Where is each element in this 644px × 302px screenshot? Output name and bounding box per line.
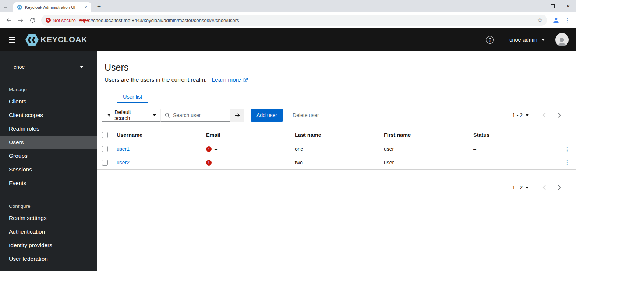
- username-link[interactable]: user2: [117, 160, 130, 166]
- window-maximize-button[interactable]: [545, 0, 560, 12]
- pagination-prev-button[interactable]: [536, 109, 552, 122]
- browser-address-bar: ✕ Not secure https://cnoe.localtest.me:8…: [0, 12, 576, 28]
- not-secure-badge[interactable]: ✕ Not secure: [46, 18, 76, 23]
- select-all-checkbox[interactable]: [102, 132, 108, 138]
- help-icon[interactable]: ?: [486, 36, 494, 44]
- username-link[interactable]: user1: [117, 146, 130, 152]
- page-title: Users: [105, 62, 567, 73]
- chevron-left-icon: [542, 185, 546, 190]
- nav-toggle-hamburger-icon[interactable]: [7, 35, 17, 45]
- chevron-down-icon: [153, 114, 156, 116]
- sidebar-nav: Manage Clients Client scopes Realm roles…: [0, 79, 97, 266]
- nav-section-label: Manage: [0, 82, 97, 95]
- pagination-prev-button[interactable]: [536, 181, 552, 194]
- app-body: cnoe Manage Clients Client scopes Realm …: [0, 51, 576, 271]
- browser-tab[interactable]: Keycloak Administration UI ×: [13, 2, 91, 12]
- window-close-button[interactable]: ×: [560, 0, 576, 12]
- sidebar-item-sessions[interactable]: Sessions: [0, 163, 97, 177]
- tab-search-chevron-icon[interactable]: [4, 3, 7, 10]
- email-not-verified-icon: !: [206, 160, 212, 166]
- row-checkbox[interactable]: [102, 160, 108, 166]
- email-not-verified-icon: !: [206, 146, 212, 152]
- pagination-menu-toggle[interactable]: 1 - 2: [512, 185, 529, 191]
- url-bar[interactable]: ✕ Not secure https://cnoe.localtest.me:8…: [41, 15, 547, 26]
- learn-more-link[interactable]: Learn more: [212, 77, 248, 83]
- sidebar-item-client-scopes[interactable]: Client scopes: [0, 109, 97, 122]
- url-scheme: https: [79, 18, 89, 23]
- row-checkbox[interactable]: [102, 146, 108, 152]
- chevron-left-icon: [542, 113, 546, 118]
- chevron-down-icon: [80, 66, 84, 68]
- row-kebab-icon[interactable]: ⋮: [565, 146, 570, 152]
- search-icon: [165, 113, 170, 118]
- col-header-username: Username: [117, 132, 206, 138]
- not-secure-icon: ✕: [46, 18, 51, 23]
- sidebar-item-events[interactable]: Events: [0, 177, 97, 190]
- sidebar-item-realm-settings[interactable]: Realm settings: [0, 212, 97, 225]
- sidebar-item-clients[interactable]: Clients: [0, 95, 97, 109]
- learn-more-label: Learn more: [212, 77, 241, 83]
- window-minimize-button[interactable]: [530, 0, 545, 12]
- pagination-range: 1 - 2: [512, 112, 523, 118]
- masthead-right: ? cnoe-admin: [486, 33, 569, 46]
- browser-menu-kebab-icon[interactable]: ⋮: [563, 17, 572, 24]
- realm-selector[interactable]: cnoe: [9, 61, 88, 73]
- sidebar-item-groups[interactable]: Groups: [0, 149, 97, 163]
- email-value: –: [215, 160, 217, 166]
- realm-selector-label: cnoe: [14, 64, 25, 70]
- arrow-right-icon: [234, 113, 240, 118]
- toolbar: Default search Add user Delete user: [97, 103, 576, 128]
- search-type-dropdown[interactable]: Default search: [102, 109, 161, 122]
- delete-user-button[interactable]: Delete user: [293, 112, 319, 118]
- nav-section-label: Configure: [0, 198, 97, 212]
- search-type-label: Default search: [114, 109, 146, 121]
- pagination-menu-toggle[interactable]: 1 - 2: [512, 112, 529, 118]
- tab-title: Keycloak Administration UI: [25, 5, 80, 10]
- table-row: user1 ! – one user – ⋮: [97, 142, 576, 156]
- search-user-box: [161, 109, 230, 122]
- user-menu[interactable]: cnoe-admin: [509, 37, 545, 43]
- window-controls: ×: [530, 0, 576, 12]
- back-icon[interactable]: [4, 15, 14, 25]
- url-rest: ://cnoe.localtest.me:8443/keycloak/admin…: [89, 18, 239, 23]
- first-name-value: user: [384, 146, 473, 152]
- reload-icon[interactable]: [27, 15, 38, 25]
- search-user-input[interactable]: [173, 112, 226, 118]
- avatar[interactable]: [555, 33, 569, 46]
- keycloak-favicon-icon: [17, 4, 22, 10]
- pagination-next-button[interactable]: [552, 109, 567, 122]
- pagination-next-button[interactable]: [552, 181, 567, 194]
- add-user-button[interactable]: Add user: [251, 109, 283, 122]
- last-name-value: one: [295, 146, 384, 152]
- sidebar-item-identity-providers[interactable]: Identity providers: [0, 239, 97, 252]
- col-header-last-name: Last name: [295, 132, 384, 138]
- tab-close-icon[interactable]: ×: [83, 4, 89, 10]
- users-table: Username Email Last name First name Stat…: [97, 128, 576, 170]
- sidebar: cnoe Manage Clients Client scopes Realm …: [0, 51, 97, 271]
- status-value: –: [473, 160, 556, 166]
- url-text: https://cnoe.localtest.me:8443/keycloak/…: [79, 18, 239, 23]
- chevron-down-icon: [526, 187, 529, 189]
- search-submit-button[interactable]: [230, 109, 244, 122]
- chevron-down-icon: [526, 114, 529, 116]
- forward-icon[interactable]: [15, 15, 26, 25]
- sidebar-item-authentication[interactable]: Authentication: [0, 225, 97, 239]
- chevron-down-icon: [541, 39, 545, 41]
- tab-user-list[interactable]: User list: [117, 91, 148, 103]
- col-header-first-name: First name: [384, 132, 473, 138]
- keycloak-brand[interactable]: KEYCLOAK: [25, 34, 87, 46]
- bookmark-star-icon[interactable]: ☆: [536, 17, 544, 24]
- page-subtitle: Users are the users in the current realm…: [105, 77, 206, 83]
- row-kebab-icon[interactable]: ⋮: [565, 159, 570, 166]
- sidebar-item-realm-roles[interactable]: Realm roles: [0, 122, 97, 136]
- profile-icon[interactable]: [551, 15, 561, 25]
- page-subtitle-row: Users are the users in the current realm…: [105, 77, 567, 83]
- sidebar-item-user-federation[interactable]: User federation: [0, 252, 97, 266]
- chevron-right-icon: [558, 113, 561, 118]
- email-value: –: [215, 146, 217, 152]
- not-secure-label: Not secure: [53, 18, 76, 23]
- main-content: Users Users are the users in the current…: [97, 51, 576, 271]
- new-tab-button[interactable]: +: [94, 2, 104, 11]
- sidebar-item-users[interactable]: Users: [0, 136, 97, 149]
- table-header-row: Username Email Last name First name Stat…: [97, 128, 576, 142]
